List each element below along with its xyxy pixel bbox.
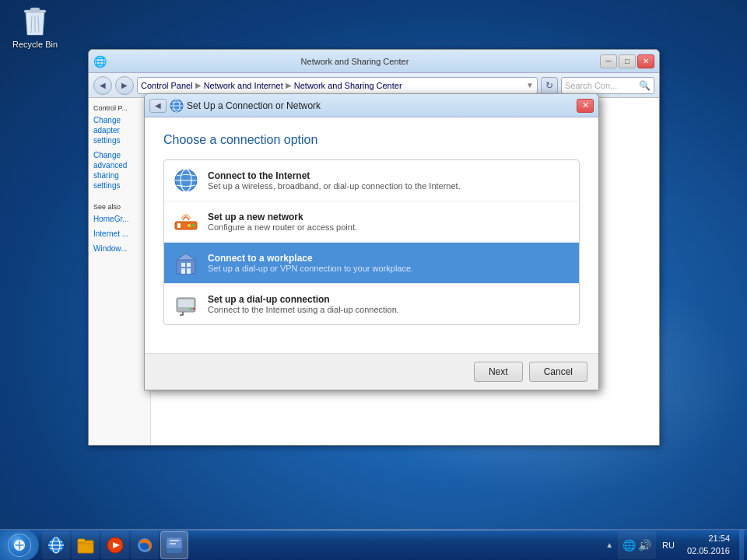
svg-point-22	[190, 308, 192, 310]
option-1-text: Connect to the Internet Set up a wireles…	[208, 170, 570, 191]
recycle-bin-icon[interactable]: Recycle Bin	[8, 4, 62, 49]
breadcrumb-control-panel[interactable]: Control Panel	[141, 81, 193, 90]
option-3-desc: Set up a dial-up or VPN connection to yo…	[208, 264, 570, 273]
taskbar-explorer-button[interactable]	[72, 531, 100, 559]
language-indicator[interactable]: RU	[659, 541, 678, 550]
taskbar-active-app-button[interactable]	[160, 531, 188, 559]
search-icon[interactable]: 🔍	[639, 80, 651, 91]
cancel-button[interactable]: Cancel	[529, 362, 587, 382]
option-4-text: Set up a dial-up connection Connect to t…	[208, 294, 570, 314]
option-2-title: Set up a new network	[208, 212, 570, 222]
desktop: Recycle Bin 🌐 Network and Sharing Center…	[0, 0, 747, 560]
dialup-icon	[174, 292, 198, 317]
option-workplace[interactable]: Connect to a workplace Set up a dial-up …	[164, 243, 579, 284]
taskbar-apps	[42, 531, 604, 559]
svg-rect-12	[177, 223, 181, 228]
option-connect-internet[interactable]: Connect to the Internet Set up a wireles…	[164, 160, 579, 201]
svg-rect-28	[78, 539, 85, 542]
options-list: Connect to the Internet Set up a wireles…	[163, 159, 580, 325]
taskbar-ie-button[interactable]	[42, 531, 70, 559]
recycle-bin-label: Recycle Bin	[12, 40, 58, 49]
dialog-close-button[interactable]: ✕	[577, 99, 594, 113]
svg-rect-17	[187, 263, 191, 267]
svg-rect-16	[181, 263, 185, 267]
connect-internet-icon	[174, 168, 198, 193]
sidebar-panel: Control P... Change adapter settings Cha…	[89, 98, 151, 445]
back-button[interactable]: ◀	[93, 76, 112, 95]
internet-link[interactable]: Internet ...	[93, 229, 146, 239]
option-2-text: Set up a new network Configure a new rou…	[208, 212, 570, 232]
forward-button[interactable]: ▶	[115, 76, 134, 95]
address-dropdown[interactable]: ▼	[526, 81, 534, 89]
show-desktop-button[interactable]	[739, 530, 744, 561]
breadcrumb-network-sharing[interactable]: Network and Sharing Center	[294, 81, 402, 90]
windows-link[interactable]: Window...	[93, 243, 146, 254]
taskbar-media-button[interactable]	[101, 531, 129, 559]
dialog-footer: Next Cancel	[145, 353, 598, 390]
option-1-title: Connect to the Internet	[208, 170, 570, 181]
next-button[interactable]: Next	[474, 362, 523, 382]
svg-point-23	[193, 308, 195, 310]
svg-point-13	[188, 224, 191, 227]
control-panel-label: Control P...	[93, 104, 146, 112]
see-also-label: See also	[93, 203, 146, 211]
option-new-network[interactable]: Set up a new network Configure a new rou…	[164, 201, 579, 243]
dialog-heading: Choose a connection option	[163, 133, 580, 147]
start-button[interactable]	[0, 530, 39, 561]
maximize-button[interactable]: □	[619, 54, 636, 68]
option-dialup[interactable]: Set up a dial-up connection Connect to t…	[164, 284, 579, 324]
option-3-title: Connect to a workplace	[208, 253, 570, 264]
homegroup-link[interactable]: HomeGr...	[93, 214, 146, 224]
browser-titlebar: 🌐 Network and Sharing Center ─ □ ✕	[89, 50, 659, 73]
change-adapter-settings-link[interactable]: Change adapter settings	[93, 115, 146, 145]
option-4-desc: Connect to the Internet using a dial-up …	[208, 305, 570, 314]
dialog-back-button[interactable]: ◀	[149, 99, 167, 113]
taskbar: ▲ 🌐 🔊 RU 21:54 02.05.2016	[0, 529, 747, 560]
system-tray: 🌐 🔊	[618, 531, 656, 559]
option-2-desc: Configure a new router or access point.	[208, 222, 570, 232]
svg-rect-15	[177, 260, 195, 274]
breadcrumb-network-internet[interactable]: Network and Internet	[204, 81, 283, 90]
refresh-button[interactable]: ↻	[541, 77, 558, 94]
svg-rect-34	[167, 548, 182, 553]
option-1-desc: Set up a wireless, broadband, or dial-up…	[208, 181, 570, 191]
show-hidden-icons[interactable]: ▲	[604, 539, 615, 551]
close-button[interactable]: ✕	[637, 54, 654, 68]
clock[interactable]: 21:54 02.05.2016	[681, 531, 736, 558]
network-tray-icon[interactable]: 🌐	[622, 539, 636, 551]
svg-rect-19	[187, 268, 191, 274]
option-3-text: Connect to a workplace Set up a dial-up …	[208, 253, 570, 273]
svg-rect-1	[30, 8, 40, 12]
start-orb	[8, 534, 31, 557]
svg-rect-33	[167, 537, 182, 548]
search-bar[interactable]: Search Con... 🔍	[561, 77, 654, 94]
minimize-button[interactable]: ─	[600, 54, 617, 68]
clock-time: 21:54	[687, 533, 730, 544]
taskbar-firefox-button[interactable]	[131, 531, 159, 559]
taskbar-right: ▲ 🌐 🔊 RU 21:54 02.05.2016	[604, 530, 747, 561]
search-placeholder: Search Con...	[565, 81, 617, 90]
browser-title: Network and Sharing Center	[301, 57, 409, 66]
new-network-icon	[174, 209, 198, 234]
svg-rect-21	[178, 299, 194, 307]
volume-tray-icon[interactable]: 🔊	[638, 539, 651, 551]
clock-date: 02.05.2016	[687, 545, 730, 557]
dialog-window: ◀ Set Up a Connection or Network ✕ Choos…	[144, 93, 599, 390]
address-bar[interactable]: Control Panel ▶ Network and Internet ▶ N…	[137, 77, 538, 94]
option-4-title: Set up a dial-up connection	[208, 294, 570, 305]
svg-point-14	[191, 224, 195, 227]
dialog-title-icon	[170, 99, 184, 113]
window-controls: ─ □ ✕	[600, 54, 654, 68]
dialog-titlebar: ◀ Set Up a Connection or Network ✕	[145, 94, 598, 117]
dialog-body: Choose a connection option Connect to th…	[145, 117, 598, 353]
change-advanced-settings-link[interactable]: Change advanced sharing settings	[93, 150, 146, 191]
workplace-icon	[174, 250, 198, 275]
svg-rect-18	[181, 268, 185, 274]
dialog-title: Set Up a Connection or Network	[187, 100, 573, 111]
